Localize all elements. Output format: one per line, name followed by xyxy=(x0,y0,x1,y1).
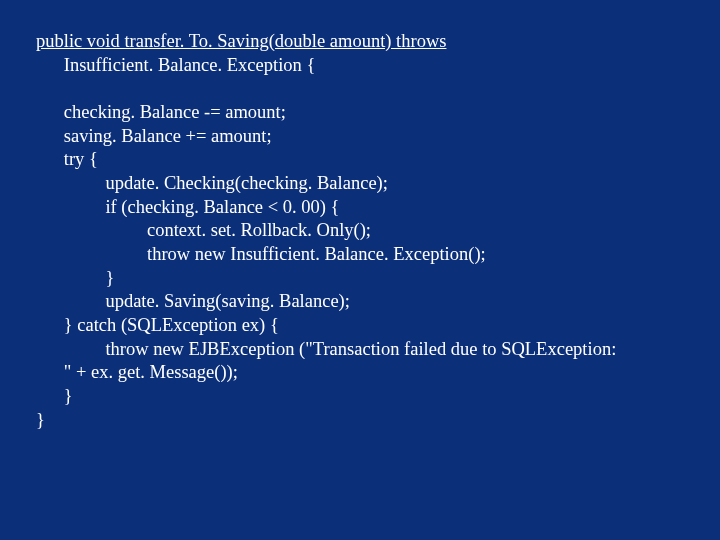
code-line: if (checking. Balance < 0. 00) { xyxy=(105,197,339,217)
code-line: } xyxy=(64,386,73,406)
code-line: checking. Balance -= amount; xyxy=(64,102,286,122)
code-line: } xyxy=(36,410,45,430)
code-line: Insufficient. Balance. Exception { xyxy=(64,55,316,75)
code-line: saving. Balance += amount; xyxy=(64,126,272,146)
code-block: public void transfer. To. Saving(double … xyxy=(36,30,690,432)
code-line: } xyxy=(105,268,114,288)
code-line: try { xyxy=(64,149,98,169)
code-line: throw new EJBException ("Transaction fai… xyxy=(105,339,616,359)
code-line: context. set. Rollback. Only(); xyxy=(147,220,371,240)
code-line: update. Checking(checking. Balance); xyxy=(105,173,388,193)
code-line: public void transfer. To. Saving(double … xyxy=(36,31,446,51)
code-line: } catch (SQLException ex) { xyxy=(64,315,279,335)
code-line: " + ex. get. Message()); xyxy=(64,362,238,382)
code-line: update. Saving(saving. Balance); xyxy=(105,291,350,311)
code-line: throw new Insufficient. Balance. Excepti… xyxy=(147,244,486,264)
code-slide: public void transfer. To. Saving(double … xyxy=(0,0,720,540)
